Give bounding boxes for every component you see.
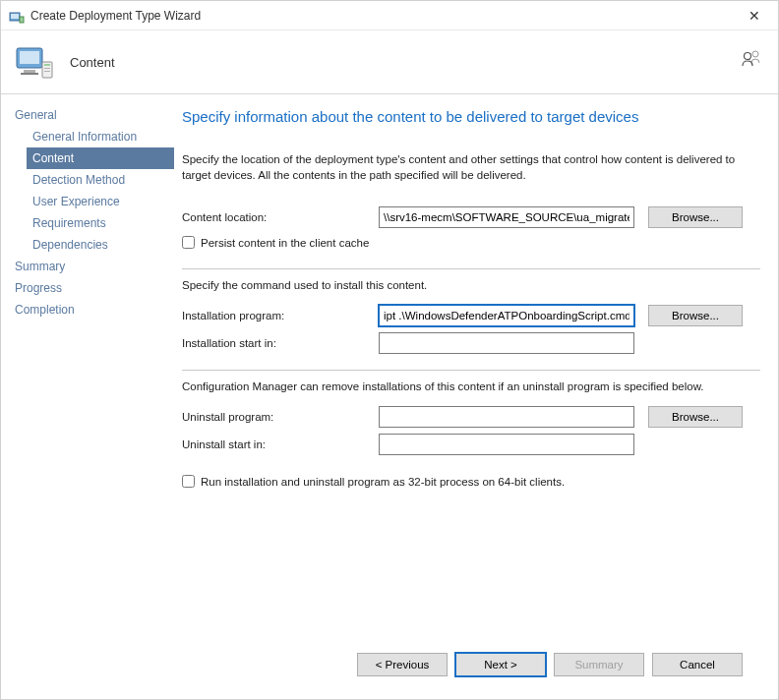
uninstall-section-label: Configuration Manager can remove install… — [182, 380, 760, 392]
sidebar-general[interactable]: General — [15, 104, 174, 126]
svg-rect-6 — [21, 73, 38, 75]
wizard-footer: < Previous Next > Summary Cancel — [182, 638, 760, 689]
divider-2 — [182, 370, 760, 371]
install-start-input[interactable] — [379, 332, 634, 354]
persist-checkbox-row: Persist content in the client cache — [182, 236, 760, 249]
svg-rect-10 — [44, 71, 50, 72]
spacer — [182, 497, 760, 638]
svg-rect-9 — [44, 68, 50, 69]
svg-point-11 — [745, 53, 751, 60]
wizard-body: General General Information Content Dete… — [1, 93, 778, 699]
install-section-label: Specify the command used to install this… — [182, 279, 760, 291]
computer-icon — [15, 42, 54, 82]
sidebar-item-requirements[interactable]: Requirements — [15, 212, 174, 234]
sidebar-item-detection[interactable]: Detection Method — [15, 169, 174, 191]
wizard-sidebar: General General Information Content Dete… — [1, 94, 174, 699]
main-heading: Specify information about the content to… — [182, 108, 760, 125]
sidebar-completion[interactable]: Completion — [15, 299, 174, 321]
install-prog-input[interactable] — [379, 305, 634, 326]
run32-checkbox-row: Run installation and uninstall program a… — [182, 475, 760, 488]
close-button[interactable]: ✕ — [739, 4, 770, 28]
browse-install-button[interactable]: Browse... — [648, 305, 743, 326]
persist-checkbox[interactable] — [182, 236, 195, 249]
uninstall-prog-input[interactable] — [379, 406, 634, 428]
sidebar-item-content[interactable]: Content — [27, 147, 174, 169]
svg-rect-2 — [20, 17, 24, 23]
previous-button[interactable]: < Previous — [357, 653, 448, 676]
support-icon[interactable] — [741, 48, 762, 70]
install-prog-label: Installation program: — [182, 310, 379, 321]
sidebar-item-dependencies[interactable]: Dependencies — [15, 234, 174, 256]
next-button[interactable]: Next > — [455, 653, 546, 676]
uninstall-start-input[interactable] — [379, 434, 634, 455]
uninstall-start-row: Uninstall start in: — [182, 434, 760, 455]
install-start-label: Installation start in: — [182, 337, 379, 349]
cancel-button[interactable]: Cancel — [652, 653, 743, 676]
content-location-input[interactable] — [379, 206, 634, 228]
content-location-label: Content location: — [182, 211, 379, 223]
wizard-header: Content — [1, 30, 778, 93]
install-start-row: Installation start in: — [182, 332, 760, 354]
run32-checkbox[interactable] — [182, 475, 195, 488]
install-prog-row: Installation program: Browse... — [182, 305, 760, 326]
uninstall-prog-label: Uninstall program: — [182, 411, 379, 423]
svg-rect-5 — [24, 70, 35, 73]
divider-1 — [182, 268, 760, 269]
svg-rect-4 — [20, 51, 39, 64]
wizard-window: Create Deployment Type Wizard ✕ Content — [0, 0, 779, 700]
uninstall-prog-row: Uninstall program: Browse... — [182, 406, 760, 428]
sidebar-item-general-info[interactable]: General Information — [15, 126, 174, 147]
app-icon — [9, 8, 25, 24]
svg-rect-1 — [11, 14, 19, 19]
wizard-main: Specify information about the content to… — [174, 94, 778, 699]
page-title: Content — [70, 55, 115, 70]
svg-point-12 — [752, 51, 758, 57]
svg-rect-8 — [44, 64, 50, 66]
sidebar-item-user-experience[interactable]: User Experience — [15, 191, 174, 212]
sidebar-progress[interactable]: Progress — [15, 277, 174, 299]
sidebar-summary[interactable]: Summary — [15, 256, 174, 277]
uninstall-start-label: Uninstall start in: — [182, 438, 379, 450]
summary-button: Summary — [554, 653, 644, 676]
main-description: Specify the location of the deployment t… — [182, 152, 760, 183]
window-title: Create Deployment Type Wizard — [30, 9, 739, 23]
persist-label: Persist content in the client cache — [201, 237, 369, 249]
titlebar: Create Deployment Type Wizard ✕ — [1, 1, 778, 30]
run32-label: Run installation and uninstall program a… — [201, 476, 565, 488]
content-location-row: Content location: Browse... — [182, 206, 760, 228]
browse-content-button[interactable]: Browse... — [648, 206, 743, 228]
browse-uninstall-button[interactable]: Browse... — [648, 406, 743, 428]
